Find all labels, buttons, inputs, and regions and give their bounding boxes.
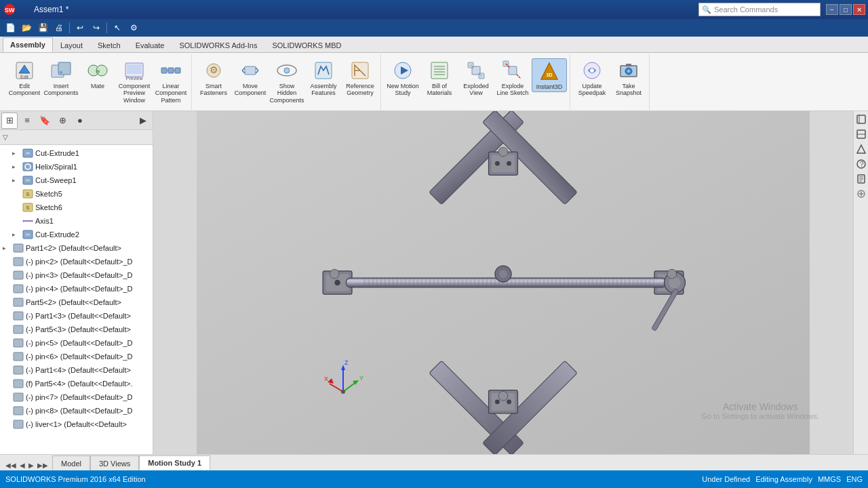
tree-expand-arrow[interactable]: ▸ — [12, 163, 22, 170]
cursor-button[interactable]: ↖ — [110, 21, 125, 35]
tree-expand-arrow[interactable]: ▸ — [12, 177, 22, 184]
tree-item[interactable]: SSketch5 — [0, 187, 153, 201]
explode-line-sketch-button[interactable]: Explode Line Sketch — [495, 58, 530, 99]
tree-item-label: (f) Part5<4> (Default<<Default>. — [26, 380, 132, 388]
exploded-view-button[interactable]: Exploded View — [458, 58, 494, 99]
tree-item[interactable]: ▸✂Cut-Sweep1 — [0, 174, 153, 187]
options-button[interactable]: ⚙ — [126, 21, 141, 35]
instant3d-button[interactable]: 3D Instant3D — [532, 58, 567, 93]
tab-motion-study-1[interactable]: Motion Study 1 — [139, 455, 210, 470]
rp-button-3[interactable] — [854, 142, 868, 156]
bill-of-materials-button[interactable]: Bill of Materials — [422, 58, 457, 99]
new-motion-study-button[interactable]: New Motion Study — [385, 58, 420, 99]
tree-item[interactable]: (-) Part1<3> (Default<<Default> — [0, 309, 153, 323]
minimize-button[interactable]: − — [826, 4, 838, 15]
update-speedpak-button[interactable]: Update Speedpak — [574, 58, 610, 99]
save-button[interactable]: 💾 — [35, 21, 50, 35]
tab-next[interactable]: ▶ — [27, 460, 35, 470]
component-preview-window-icon: Preview — [123, 60, 145, 81]
tree-item[interactable]: ▸✂Cut-Extrude1 — [0, 146, 153, 160]
component-preview-window-button[interactable]: Preview Component Preview Window — [117, 58, 152, 106]
tab-next-next[interactable]: ▶▶ — [36, 460, 50, 470]
tree-item[interactable]: (-) Part1<4> (Default<<Default> — [0, 363, 153, 377]
tree-item[interactable]: Axis1 — [0, 214, 153, 228]
rp-button-5[interactable] — [854, 172, 868, 186]
show-hidden-components-button[interactable]: Show Hidden Components — [269, 58, 304, 106]
tree-item[interactable]: SSketch6 — [0, 201, 153, 214]
tab-evaluate[interactable]: Evaluate — [128, 37, 172, 52]
svg-line-133 — [330, 384, 343, 392]
undo-button[interactable]: ↩ — [73, 21, 87, 35]
tree-item[interactable]: (-) liver<1> (Default<<Default> — [0, 418, 153, 431]
tab-assembly[interactable]: Assembly — [3, 37, 53, 52]
assembly-features-button[interactable]: Assembly Features — [306, 58, 341, 99]
rp-button-4[interactable]: ? — [854, 157, 868, 171]
close-button[interactable]: ✕ — [853, 4, 865, 15]
tree-item[interactable]: (-) pin<5> (Default<<Default>_D — [0, 336, 153, 350]
move-component-button[interactable]: Move Component — [233, 58, 268, 99]
rp-button-2[interactable] — [854, 127, 868, 141]
redo-button[interactable]: ↪ — [89, 21, 104, 35]
edit-component-button[interactable]: Edit Edit Component — [7, 58, 42, 99]
tree-expand-arrow[interactable]: ▸ — [12, 150, 22, 157]
new-button[interactable]: 📄 — [3, 21, 18, 35]
separator2 — [106, 22, 107, 33]
panel-tab-dimetabmanager[interactable]: ⊕ — [54, 113, 71, 129]
tree-item[interactable]: ▸Part1<2> (Default<<Default> — [0, 241, 153, 255]
tab-solidworks-mbd[interactable]: SOLIDWORKS MBD — [264, 37, 349, 52]
panel-tab-configurationmanager[interactable]: 🔖 — [37, 113, 53, 129]
print-button[interactable]: 🖨 — [52, 21, 66, 35]
tree-item[interactable]: (-) pin<2> (Default<<Default>_D — [0, 255, 153, 268]
tree-item[interactable]: (-) pin<8> (Default<<Default>_D — [0, 404, 153, 418]
rp-button-1[interactable] — [854, 113, 868, 126]
tree-item[interactable]: Part5<2> (Default<<Default> — [0, 296, 153, 309]
tree-item[interactable]: (-) Part5<3> (Default<<Default> — [0, 323, 153, 336]
tab-prev-prev[interactable]: ◀◀ — [4, 460, 18, 470]
reference-geometry-button[interactable]: Reference Geometry — [342, 58, 378, 99]
tree-item-label: Sketch5 — [35, 190, 62, 198]
mate-icon: ⊕ — [87, 60, 108, 81]
search-commands-box[interactable]: 🔍 Search Commands — [698, 3, 821, 16]
viewport[interactable]: ◁ — [153, 111, 853, 454]
take-snapshot-button[interactable]: Take Snapshot — [611, 58, 646, 99]
tree-item[interactable]: (-) pin<6> (Default<<Default>_D — [0, 350, 153, 363]
panel-tab-arrow[interactable]: ▶ — [135, 113, 151, 129]
svg-marker-134 — [328, 378, 334, 384]
tree-item-label: Part5<2> (Default<<Default> — [26, 298, 121, 306]
tree-item[interactable]: ▸Helix/Spiral1 — [0, 160, 153, 174]
instant3d-label: Instant3D — [536, 83, 563, 91]
tab-prev[interactable]: ◀ — [18, 460, 26, 470]
insert-components-button[interactable]: + Insert Components — [43, 58, 79, 99]
mate-button[interactable]: ⊕ Mate — [80, 58, 115, 92]
ribbon-group-2-items: ⚙ Smart Fasteners Move Component Show Hi… — [196, 56, 378, 108]
tab-3d-views[interactable]: 3D Views — [90, 455, 139, 470]
svg-point-107 — [334, 280, 340, 286]
open-button[interactable]: 📂 — [19, 21, 34, 35]
tree-item[interactable]: ▸✂Cut-Extrude2 — [0, 228, 153, 241]
watermark-line2: Go to Settings to activate Windows. — [701, 412, 819, 420]
tree-item[interactable]: (f) Part5<4> (Default<<Default>. — [0, 377, 153, 390]
tree-expand-arrow[interactable]: ▸ — [12, 231, 22, 238]
main-area: ⊞ ≡ 🔖 ⊕ ● ▶ ▽ ▸✂Cut-Extrude1▸Helix/Spira… — [0, 111, 868, 454]
move-component-icon — [239, 60, 261, 81]
rp-button-6[interactable] — [854, 187, 868, 201]
panel-tab-appearancemanager[interactable]: ● — [72, 113, 88, 129]
panel-tab-propertymanager[interactable]: ≡ — [19, 113, 35, 129]
tree-item[interactable]: (-) pin<3> (Default<<Default>_D — [0, 268, 153, 282]
tab-model[interactable]: Model — [52, 455, 90, 470]
maximize-button[interactable]: □ — [840, 4, 852, 15]
smart-fasteners-button[interactable]: ⚙ Smart Fasteners — [196, 58, 231, 99]
tab-layout[interactable]: Layout — [53, 37, 90, 52]
linear-component-pattern-icon — [160, 60, 182, 81]
svg-rect-70 — [14, 339, 23, 347]
tab-solidworks-addins[interactable]: SOLIDWORKS Add-Ins — [172, 37, 264, 52]
tree-expand-arrow[interactable]: ▸ — [3, 245, 12, 251]
linear-component-pattern-button[interactable]: Linear Component Pattern — [153, 58, 189, 106]
update-speedpak-icon — [581, 60, 603, 81]
tab-sketch[interactable]: Sketch — [90, 37, 128, 52]
tree-item[interactable]: (-) pin<7> (Default<<Default>_D — [0, 390, 153, 404]
take-snapshot-label: Take Snapshot — [612, 83, 645, 98]
panel-tab-featuremanager[interactable]: ⊞ — [1, 113, 18, 129]
tree-item[interactable]: (-) pin<4> (Default<<Default>_D — [0, 282, 153, 296]
tree-item-icon — [12, 419, 24, 430]
